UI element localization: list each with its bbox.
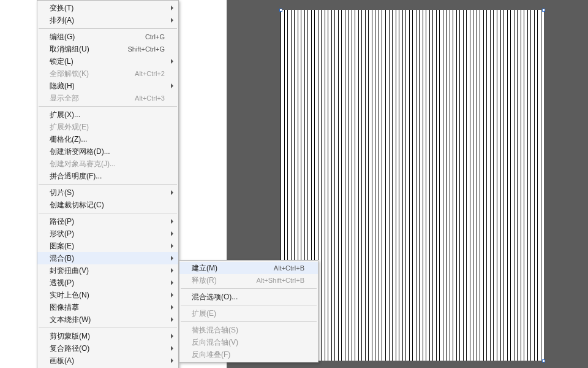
menu-item-label: 锁定(L) bbox=[50, 56, 165, 67]
chevron-right-icon bbox=[171, 18, 173, 23]
menu-separator bbox=[181, 288, 317, 289]
object-menu-item[interactable]: 锁定(L) bbox=[37, 55, 178, 67]
menu-item-label: 形状(P) bbox=[50, 229, 165, 239]
blend-submenu-item: 扩展(E) bbox=[179, 307, 318, 320]
menu-item-label: 全部解锁(K) bbox=[50, 69, 127, 79]
object-menu-item[interactable]: 图像描摹 bbox=[37, 301, 178, 313]
object-menu-item[interactable]: 实时上色(N) bbox=[37, 289, 178, 301]
menu-item-label: 拼合透明度(F)... bbox=[50, 171, 165, 182]
object-menu-item[interactable]: 切片(S) bbox=[37, 186, 178, 199]
menu-item-label: 混合(B) bbox=[50, 253, 165, 264]
menu-separator bbox=[39, 328, 177, 328]
menu-item-label: 图案(E) bbox=[50, 241, 165, 251]
menu-separator bbox=[39, 106, 177, 107]
menu-item-label: 栅格化(Z)... bbox=[50, 134, 165, 145]
object-menu-item[interactable]: 排列(A) bbox=[37, 14, 178, 26]
menu-item-label: 排列(A) bbox=[50, 15, 165, 26]
chevron-right-icon bbox=[171, 59, 173, 64]
object-menu-item[interactable]: 扩展(X)... bbox=[37, 109, 178, 121]
menu-item-label: 扩展外观(E) bbox=[50, 122, 165, 132]
context-menu-object[interactable]: 变换(T)排列(A)编组(G)Ctrl+G取消编组(U)Shift+Ctrl+G… bbox=[37, 0, 179, 368]
object-menu-item[interactable]: 混合(B) bbox=[37, 252, 178, 264]
object-menu-item: 扩展外观(E) bbox=[37, 121, 178, 133]
object-menu-item[interactable]: 编组(G)Ctrl+G bbox=[37, 31, 178, 43]
chevron-right-icon bbox=[171, 317, 173, 322]
blend-submenu-item[interactable]: 混合选项(O)... bbox=[179, 291, 318, 303]
menu-item-label: 显示全部 bbox=[50, 93, 127, 104]
menu-item-label: 剪切蒙版(M) bbox=[50, 331, 165, 342]
object-menu-item[interactable]: 栅格化(Z)... bbox=[37, 133, 178, 145]
menu-separator bbox=[39, 184, 177, 185]
object-menu-item[interactable]: 变换(T) bbox=[37, 2, 178, 14]
chevron-right-icon bbox=[171, 305, 173, 310]
blend-submenu-item: 释放(R)Alt+Shift+Ctrl+B bbox=[179, 274, 318, 286]
object-menu-item[interactable]: 创建裁切标记(C) bbox=[37, 199, 178, 211]
object-menu-item[interactable]: 复合路径(O) bbox=[37, 342, 178, 355]
menu-item-label: 图像描摹 bbox=[50, 302, 165, 313]
menu-item-label: 路径(P) bbox=[50, 217, 165, 227]
menu-item-shortcut: Shift+Ctrl+G bbox=[120, 45, 165, 53]
object-menu-item[interactable]: 图案(E) bbox=[37, 240, 178, 252]
menu-item-label: 封套扭曲(V) bbox=[50, 266, 165, 276]
menu-separator bbox=[181, 305, 317, 305]
selection-handle-tr[interactable] bbox=[542, 9, 545, 12]
chevron-right-icon bbox=[171, 334, 173, 339]
object-menu-item[interactable]: 创建渐变网格(D)... bbox=[37, 145, 178, 158]
menu-item-label: 释放(R) bbox=[192, 275, 249, 286]
menu-item-shortcut: Alt+Ctrl+2 bbox=[127, 70, 165, 77]
selection-handle-br[interactable] bbox=[542, 359, 545, 362]
chevron-right-icon bbox=[171, 280, 173, 285]
menu-item-label: 扩展(X)... bbox=[50, 110, 165, 120]
menu-item-label: 创建裁切标记(C) bbox=[50, 200, 165, 210]
object-menu-item[interactable]: 透视(P) bbox=[37, 277, 178, 289]
menu-item-shortcut: Alt+Shift+Ctrl+B bbox=[249, 277, 304, 284]
chevron-right-icon bbox=[171, 231, 173, 236]
chevron-right-icon bbox=[171, 219, 173, 224]
menu-item-label: 创建对象马赛克(J)... bbox=[50, 159, 165, 169]
artboard-stripes bbox=[281, 10, 544, 361]
object-menu-item[interactable]: 隐藏(H) bbox=[37, 80, 178, 92]
chevron-right-icon bbox=[171, 190, 173, 195]
object-menu-item[interactable]: 路径(P) bbox=[37, 215, 178, 228]
object-menu-item[interactable]: 取消编组(U)Shift+Ctrl+G bbox=[37, 43, 178, 55]
menu-item-label: 替换混合轴(S) bbox=[192, 325, 304, 335]
menu-separator bbox=[39, 213, 177, 213]
object-menu-item[interactable]: 文本绕排(W) bbox=[37, 313, 178, 326]
menu-item-label: 文本绕排(W) bbox=[50, 315, 165, 325]
object-menu-item: 全部解锁(K)Alt+Ctrl+2 bbox=[37, 67, 178, 80]
submenu-blend[interactable]: 建立(M)Alt+Ctrl+B释放(R)Alt+Shift+Ctrl+B混合选项… bbox=[179, 260, 318, 362]
menu-item-label: 画板(A) bbox=[50, 356, 165, 366]
menu-item-shortcut: Alt+Ctrl+3 bbox=[127, 94, 165, 102]
object-menu-item[interactable]: 拼合透明度(F)... bbox=[37, 170, 178, 182]
menu-item-label: 反向混合轴(V) bbox=[192, 337, 304, 348]
object-menu-item[interactable]: 剪切蒙版(M) bbox=[37, 330, 178, 342]
object-menu-item[interactable]: 形状(P) bbox=[37, 228, 178, 240]
menu-item-label: 取消编组(U) bbox=[50, 44, 120, 55]
chevron-right-icon bbox=[171, 346, 173, 351]
selection-handle-tl[interactable] bbox=[279, 9, 282, 12]
chevron-right-icon bbox=[171, 293, 173, 297]
chevron-right-icon bbox=[171, 256, 173, 261]
menu-item-label: 实时上色(N) bbox=[50, 290, 165, 301]
menu-item-shortcut: Alt+Ctrl+B bbox=[266, 264, 304, 272]
chevron-right-icon bbox=[171, 6, 173, 10]
menu-item-label: 切片(S) bbox=[50, 188, 165, 198]
blend-submenu-item: 反向堆叠(F) bbox=[179, 348, 318, 361]
menu-item-label: 复合路径(O) bbox=[50, 343, 165, 354]
blend-submenu-item: 反向混合轴(V) bbox=[179, 336, 318, 348]
menu-item-label: 变换(T) bbox=[50, 3, 165, 13]
object-menu-item: 显示全部Alt+Ctrl+3 bbox=[37, 92, 178, 104]
object-menu-item[interactable]: 封套扭曲(V) bbox=[37, 264, 178, 277]
menu-item-label: 建立(M) bbox=[192, 263, 266, 274]
menu-item-label: 编组(G) bbox=[50, 32, 138, 42]
chevron-right-icon bbox=[171, 83, 173, 88]
object-menu-item[interactable]: 画板(A) bbox=[37, 355, 178, 367]
menu-item-label: 反向堆叠(F) bbox=[192, 350, 304, 360]
chevron-right-icon bbox=[171, 243, 173, 248]
chevron-right-icon bbox=[171, 268, 173, 273]
blend-submenu-item[interactable]: 建立(M)Alt+Ctrl+B bbox=[179, 262, 318, 274]
menu-item-label: 创建渐变网格(D)... bbox=[50, 147, 165, 157]
menu-separator bbox=[39, 28, 177, 29]
object-menu-item: 创建对象马赛克(J)... bbox=[37, 158, 178, 170]
menu-item-label: 透视(P) bbox=[50, 278, 165, 288]
